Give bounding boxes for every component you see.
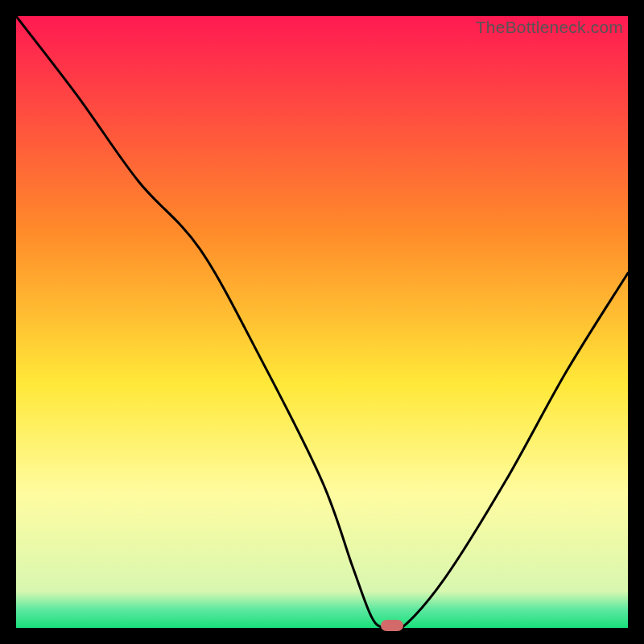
credit-text: TheBottleneck.com [476,18,623,37]
bottleneck-curve [16,16,628,628]
plot-area: TheBottleneck.com [16,16,628,628]
optimal-marker [381,620,403,631]
chart-frame: TheBottleneck.com [0,0,644,644]
